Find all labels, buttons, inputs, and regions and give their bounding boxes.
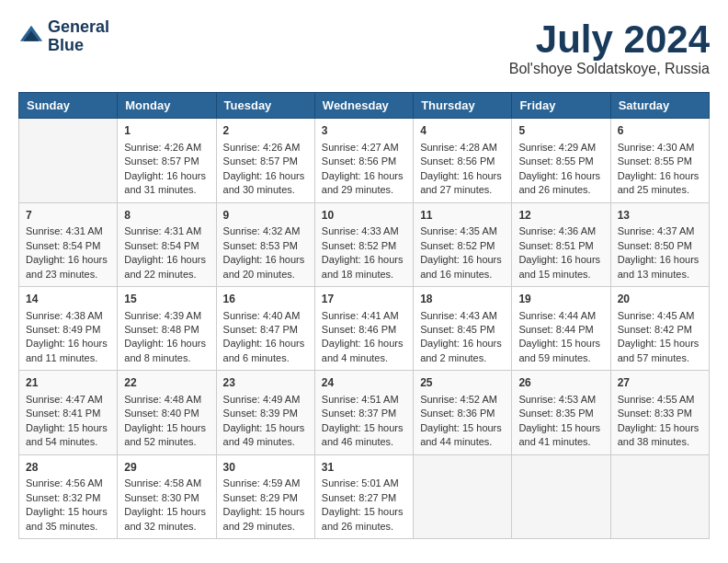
- cell-text: Daylight: 16 hours: [124, 337, 209, 350]
- cell-text: and 27 minutes.: [420, 183, 505, 197]
- cell-text: Daylight: 16 hours: [420, 253, 505, 267]
- cell-text: Sunrise: 4:39 AM: [124, 309, 209, 323]
- cell-text: Sunset: 8:56 PM: [322, 155, 406, 168]
- day-number: 30: [223, 460, 308, 476]
- cell-text: Sunset: 8:57 PM: [223, 155, 308, 168]
- calendar-day-header: Monday: [118, 93, 216, 119]
- cell-text: Daylight: 15 hours: [26, 421, 110, 435]
- cell-text: Sunrise: 4:44 AM: [518, 309, 603, 323]
- calendar-cell: 11Sunrise: 4:35 AMSunset: 8:52 PMDayligh…: [414, 202, 512, 286]
- cell-text: Sunset: 8:40 PM: [124, 407, 209, 420]
- cell-text: Sunrise: 4:55 AM: [618, 393, 702, 407]
- calendar-cell: 25Sunrise: 4:52 AMSunset: 8:36 PMDayligh…: [414, 371, 512, 454]
- calendar-day-header: Saturday: [610, 93, 709, 119]
- cell-text: Sunrise: 4:40 AM: [223, 309, 308, 323]
- calendar-day-header: Friday: [512, 93, 610, 119]
- day-number: 18: [420, 292, 505, 307]
- cell-text: Sunrise: 4:47 AM: [26, 393, 110, 407]
- cell-text: Sunrise: 4:32 AM: [223, 224, 308, 238]
- calendar-week-row: 21Sunrise: 4:47 AMSunset: 8:41 PMDayligh…: [19, 371, 710, 454]
- cell-text: Daylight: 16 hours: [26, 337, 110, 350]
- cell-text: Sunrise: 4:51 AM: [322, 393, 406, 407]
- cell-text: and 54 minutes.: [26, 435, 110, 449]
- calendar-cell: 20Sunrise: 4:45 AMSunset: 8:42 PMDayligh…: [610, 286, 709, 370]
- day-number: 3: [322, 123, 406, 139]
- day-number: 2: [223, 123, 308, 139]
- cell-text: Daylight: 16 hours: [322, 169, 406, 183]
- cell-text: and 29 minutes.: [223, 520, 308, 534]
- cell-text: Sunset: 8:27 PM: [322, 491, 406, 505]
- cell-text: Daylight: 15 hours: [518, 421, 603, 435]
- cell-text: Daylight: 16 hours: [124, 169, 209, 183]
- cell-text: and 26 minutes.: [322, 520, 406, 534]
- cell-text: Sunrise: 4:31 AM: [124, 224, 209, 238]
- cell-text: Daylight: 16 hours: [518, 253, 603, 267]
- day-number: 31: [322, 460, 406, 476]
- calendar-week-row: 28Sunrise: 4:56 AMSunset: 8:32 PMDayligh…: [19, 454, 710, 538]
- day-number: 19: [518, 292, 603, 307]
- cell-text: Sunset: 8:30 PM: [124, 491, 209, 505]
- calendar-week-row: 14Sunrise: 4:38 AMSunset: 8:49 PMDayligh…: [19, 286, 710, 370]
- cell-text: Daylight: 16 hours: [223, 253, 308, 267]
- day-number: 13: [618, 208, 702, 224]
- cell-text: and 38 minutes.: [618, 435, 702, 449]
- cell-text: Sunrise: 4:33 AM: [322, 224, 406, 238]
- cell-text: Sunrise: 4:36 AM: [518, 224, 603, 238]
- calendar-cell: 23Sunrise: 4:49 AMSunset: 8:39 PMDayligh…: [216, 371, 314, 454]
- cell-text: Sunset: 8:45 PM: [420, 323, 505, 337]
- cell-text: Daylight: 15 hours: [223, 421, 308, 435]
- cell-text: and 23 minutes.: [26, 268, 110, 282]
- cell-text: and 31 minutes.: [124, 183, 209, 197]
- calendar-cell: 8Sunrise: 4:31 AMSunset: 8:54 PMDaylight…: [118, 202, 216, 286]
- cell-text: Sunrise: 4:30 AM: [618, 141, 702, 155]
- cell-text: and 46 minutes.: [322, 435, 406, 449]
- logo-icon: [18, 24, 44, 50]
- calendar-cell: 15Sunrise: 4:39 AMSunset: 8:48 PMDayligh…: [118, 286, 216, 370]
- calendar-cell: 3Sunrise: 4:27 AMSunset: 8:56 PMDaylight…: [314, 119, 413, 202]
- day-number: 21: [26, 375, 110, 391]
- cell-text: and 22 minutes.: [124, 268, 209, 282]
- cell-text: Daylight: 15 hours: [618, 421, 702, 435]
- cell-text: Sunset: 8:37 PM: [322, 407, 406, 420]
- cell-text: Sunset: 8:52 PM: [322, 239, 406, 253]
- cell-text: Sunset: 8:36 PM: [420, 407, 505, 420]
- cell-text: Sunset: 8:57 PM: [124, 155, 209, 168]
- cell-text: Daylight: 16 hours: [618, 169, 702, 183]
- cell-text: Daylight: 15 hours: [618, 337, 702, 350]
- cell-text: Daylight: 16 hours: [322, 253, 406, 267]
- day-number: 10: [322, 208, 406, 224]
- cell-text: Sunset: 8:32 PM: [26, 491, 110, 505]
- cell-text: Daylight: 16 hours: [420, 337, 505, 350]
- calendar-table: SundayMondayTuesdayWednesdayThursdayFrid…: [18, 92, 710, 539]
- cell-text: Sunset: 8:44 PM: [518, 323, 603, 337]
- day-number: 11: [420, 208, 505, 224]
- cell-text: Sunrise: 4:26 AM: [124, 141, 209, 155]
- cell-text: and 49 minutes.: [223, 435, 308, 449]
- cell-text: Sunrise: 4:37 AM: [618, 224, 702, 238]
- calendar-day-header: Tuesday: [216, 93, 314, 119]
- cell-text: Daylight: 16 hours: [26, 253, 110, 267]
- cell-text: and 35 minutes.: [26, 520, 110, 534]
- calendar-cell: [610, 454, 709, 538]
- cell-text: Daylight: 16 hours: [124, 253, 209, 267]
- location-title: Bol'shoye Soldatskoye, Russia: [509, 61, 710, 77]
- day-number: 17: [322, 292, 406, 307]
- day-number: 22: [124, 375, 209, 391]
- calendar-cell: 6Sunrise: 4:30 AMSunset: 8:55 PMDaylight…: [610, 119, 709, 202]
- cell-text: Sunset: 8:35 PM: [518, 407, 603, 420]
- cell-text: Sunrise: 4:31 AM: [26, 224, 110, 238]
- calendar-cell: 12Sunrise: 4:36 AMSunset: 8:51 PMDayligh…: [512, 202, 610, 286]
- cell-text: Sunset: 8:54 PM: [124, 239, 209, 253]
- calendar-cell: 30Sunrise: 4:59 AMSunset: 8:29 PMDayligh…: [216, 454, 314, 538]
- day-number: 8: [124, 208, 209, 224]
- cell-text: Sunset: 8:47 PM: [223, 323, 308, 337]
- cell-text: Sunset: 8:52 PM: [420, 239, 505, 253]
- cell-text: Sunrise: 4:53 AM: [518, 393, 603, 407]
- cell-text: and 6 minutes.: [223, 351, 308, 365]
- calendar-cell: 18Sunrise: 4:43 AMSunset: 8:45 PMDayligh…: [414, 286, 512, 370]
- day-number: 9: [223, 208, 308, 224]
- calendar-day-header: Thursday: [414, 93, 512, 119]
- day-number: 15: [124, 292, 209, 307]
- cell-text: Daylight: 15 hours: [420, 421, 505, 435]
- day-number: 5: [518, 123, 603, 139]
